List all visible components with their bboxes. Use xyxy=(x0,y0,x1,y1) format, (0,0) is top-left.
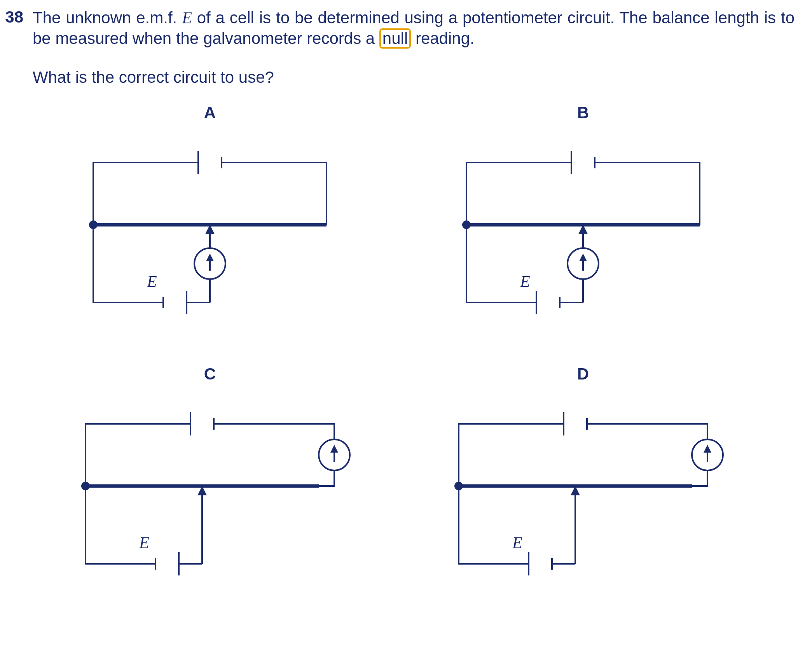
cell-E-label: E xyxy=(520,273,530,290)
svg-marker-17 xyxy=(579,254,587,261)
circuit-A-diagram: E xyxy=(62,131,358,334)
emf-symbol-E: E xyxy=(182,9,192,27)
question-prompt: What is the correct circuit to use? xyxy=(33,67,795,88)
circuit-D-diagram: E xyxy=(428,393,739,595)
option-A-label: A xyxy=(204,103,216,122)
option-D: D xyxy=(420,365,746,595)
question-text-part1: The unknown e.m.f. xyxy=(33,9,182,27)
galvanometer-icon xyxy=(194,248,225,279)
option-B: B xyxy=(420,103,746,334)
jockey-arrow-icon xyxy=(571,486,580,564)
galvanometer-icon xyxy=(319,439,350,470)
question-text: The unknown e.m.f. E of a cell is to be … xyxy=(33,8,795,88)
option-C: C xyxy=(47,365,373,595)
option-B-label: B xyxy=(577,103,589,122)
jockey-arrow-icon xyxy=(205,225,215,248)
svg-marker-34 xyxy=(704,445,711,453)
circuit-C-diagram: E xyxy=(54,393,365,595)
options-grid: A xyxy=(47,103,746,595)
cell-E-label: E xyxy=(512,534,522,552)
galvanometer-icon xyxy=(692,439,723,470)
option-D-label: D xyxy=(577,365,589,383)
cell-E-label: E xyxy=(147,273,157,290)
page: 38 The unknown e.m.f. E of a cell is to … xyxy=(0,0,812,610)
svg-marker-7 xyxy=(206,254,214,261)
galvanometer-icon xyxy=(568,248,599,279)
option-C-label: C xyxy=(204,365,216,383)
cell-E-label: E xyxy=(139,534,149,552)
jockey-arrow-icon xyxy=(197,486,207,564)
question-text-part3: reading. xyxy=(411,29,474,47)
jockey-arrow-icon xyxy=(578,225,588,248)
option-A: A xyxy=(47,103,373,334)
highlighted-word-null: null xyxy=(379,28,411,49)
svg-marker-24 xyxy=(330,445,338,453)
question-number: 38 xyxy=(0,8,23,26)
circuit-B-diagram: E xyxy=(435,131,731,334)
question-row: 38 The unknown e.m.f. E of a cell is to … xyxy=(0,8,796,88)
